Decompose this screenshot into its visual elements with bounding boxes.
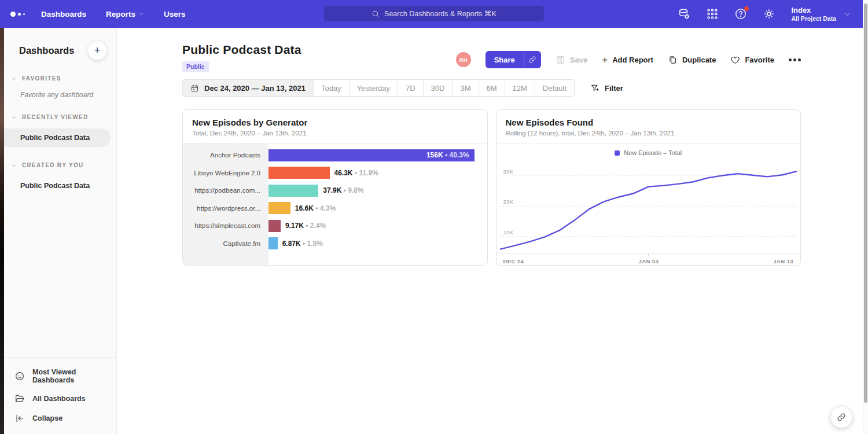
date-preset-7d[interactable]: 7D <box>398 80 423 96</box>
bar-value-label: 9.17K • 2.4% <box>285 222 326 230</box>
chevron-down-icon <box>11 76 17 82</box>
nav-item-dashboards[interactable]: Dashboards <box>41 10 86 19</box>
bar-chart: Anchor Podcasts156K • 40.3%Libsyn WebEng… <box>183 144 487 266</box>
bar-value-label: 16.6K • 4.3% <box>295 204 336 212</box>
project-selector[interactable]: Index All Project Data <box>791 6 851 22</box>
desktop-background-strip <box>0 28 4 434</box>
section-empty-hint: Favorite any dashboard <box>4 82 116 99</box>
bar-category-label: https://podbean.com... <box>183 187 269 194</box>
project-name: Index <box>791 6 836 15</box>
bar-value-label: 37.9K • 9.8% <box>323 186 363 194</box>
collapse-left-icon <box>14 413 25 424</box>
date-preset-12m[interactable]: 12M <box>505 80 535 96</box>
bar-row: https://podbean.com...37.9K • 9.8% <box>183 182 487 200</box>
sidebar-item-dashboard[interactable]: Public Podcast Data <box>4 176 116 195</box>
line-chart: 10K20K30K <box>500 160 797 253</box>
bar-value-label: 6.87K • 1.8% <box>282 240 323 248</box>
nav-item-reports[interactable]: Reports <box>106 10 144 19</box>
add-report-button[interactable]: + Add Report <box>602 55 653 65</box>
nav-item-users[interactable]: Users <box>164 10 186 19</box>
bar-chart-subtitle: Total, Dec 24th, 2020 – Jan 13th, 2021 <box>192 130 478 137</box>
save-icon <box>556 55 565 65</box>
more-options-button[interactable] <box>789 58 801 61</box>
bar-row: Captivate.fm6.87K • 1.8% <box>183 235 487 253</box>
help-icon[interactable] <box>734 8 747 20</box>
filter-button[interactable]: Filter <box>590 83 623 93</box>
chevron-down-icon <box>11 115 17 120</box>
bar-row: https://simplecast.com9.17K • 2.4% <box>183 217 487 235</box>
section-header[interactable]: RECENTLY VIEWED <box>4 114 116 120</box>
avatar[interactable]: RH <box>456 52 471 67</box>
data-sources-icon[interactable] <box>678 8 690 20</box>
search-icon <box>372 10 380 18</box>
scrollbar-thumb[interactable] <box>864 3 867 403</box>
bar-category-label: Anchor Podcasts <box>183 152 269 159</box>
notification-dot <box>744 6 749 11</box>
sidebar-item-dashboard[interactable]: Public Podcast Data <box>4 128 111 147</box>
bar-row: Anchor Podcasts156K • 40.3% <box>183 146 487 164</box>
brand-logo-icon[interactable] <box>10 12 25 17</box>
sidebar-footer-most-viewed-dashboards[interactable]: Most Viewed Dashboards <box>4 363 116 389</box>
axis-tick <box>648 254 649 256</box>
bar[interactable] <box>269 237 278 249</box>
legend-swatch <box>615 150 620 156</box>
chevron-down-icon <box>138 11 144 17</box>
save-button[interactable]: Save <box>556 55 587 65</box>
copy-link-fab[interactable] <box>830 406 852 428</box>
share-link-icon[interactable] <box>524 51 541 68</box>
sidebar-footer-collapse[interactable]: Collapse <box>4 409 116 428</box>
date-preset-30d[interactable]: 30D <box>423 80 453 96</box>
date-preset-6m[interactable]: 6M <box>479 80 505 96</box>
page-scrollbar[interactable] <box>863 0 868 434</box>
smiley-icon <box>14 371 25 381</box>
sidebar-footer-all-dashboards[interactable]: All Dashboards <box>4 389 116 409</box>
x-axis-tick-label: JAN 03 <box>638 258 659 264</box>
search-input[interactable]: Search Dashboards & Reports ⌘K <box>324 6 544 21</box>
bar[interactable] <box>269 220 281 232</box>
project-scope: All Project Data <box>791 15 836 22</box>
settings-gear-icon[interactable] <box>763 8 775 20</box>
sidebar: Dashboards + FAVORITESFavorite any dashb… <box>4 28 117 434</box>
x-axis-tick-label: DEC 24 <box>503 258 524 264</box>
apps-grid-icon[interactable] <box>706 8 719 20</box>
bar-row: https://wordpress.or...16.6K • 4.3% <box>183 200 487 218</box>
date-preset-3m[interactable]: 3M <box>452 80 478 96</box>
section-header[interactable]: CREATED BY YOU <box>4 162 116 168</box>
bar-chart-card: New Episodes by Generator Total, Dec 24t… <box>182 109 488 266</box>
share-label[interactable]: Share <box>486 51 524 68</box>
share-button[interactable]: Share <box>486 51 541 68</box>
favorite-button[interactable]: Favorite <box>730 55 774 65</box>
bar[interactable] <box>269 185 318 197</box>
bar[interactable]: 156K • 40.3% <box>269 149 475 161</box>
y-axis-tick-label: 30K <box>503 168 514 175</box>
sidebar-section: CREATED BY YOUPublic Podcast Data <box>4 162 116 195</box>
date-preset-yesterday[interactable]: Yesterday <box>349 80 398 96</box>
bar-category-label: https://simplecast.com <box>183 222 269 229</box>
date-preset-today[interactable]: Today <box>313 80 349 96</box>
duplicate-icon <box>668 55 678 65</box>
line-chart-card: New Episodes Found Rolling (12 hours), t… <box>496 109 801 266</box>
y-axis-tick-label: 20K <box>503 198 514 205</box>
navbar-right: Index All Project Data <box>678 6 868 22</box>
folder-icon <box>14 393 25 404</box>
line-chart-subtitle: Rolling (12 hours), total, Dec 24th, 202… <box>506 130 792 137</box>
public-badge: Public <box>182 61 209 72</box>
chevron-down-icon <box>844 11 851 17</box>
chevron-down-icon <box>11 163 17 168</box>
add-dashboard-button[interactable]: + <box>87 41 107 60</box>
search-placeholder: Search Dashboards & Reports ⌘K <box>384 9 496 18</box>
sidebar-section: FAVORITESFavorite any dashboard <box>4 75 116 99</box>
bar[interactable] <box>269 202 290 214</box>
date-range-button[interactable]: Dec 24, 2020 — Jan 13, 2021 <box>183 80 313 96</box>
bar[interactable] <box>269 167 330 179</box>
x-axis-tick-label: JAN 13 <box>773 258 793 264</box>
duplicate-button[interactable]: Duplicate <box>668 55 716 65</box>
calendar-icon <box>190 84 199 93</box>
filter-funnel-icon <box>590 83 599 93</box>
primary-nav: DashboardsReportsUsers <box>41 10 186 19</box>
date-preset-default[interactable]: Default <box>535 80 574 96</box>
header-actions: RH Share Save + Add Report Duplicate <box>456 51 801 68</box>
section-header[interactable]: FAVORITES <box>4 75 116 82</box>
main-content: Public Podcast Data Public RH Share Save… <box>117 28 868 434</box>
bar-row: Libsyn WebEngine 2.046.3K • 11.9% <box>183 164 487 182</box>
